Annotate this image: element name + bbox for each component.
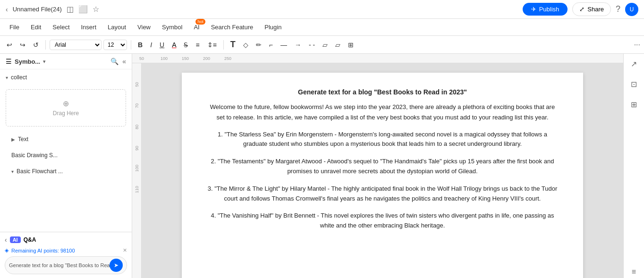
menu-file[interactable]: File	[5, 22, 24, 33]
ruler-horizontal: 50 100 150 200 250	[132, 54, 623, 63]
ruler-vertical: 50 70 80 90 100 110	[132, 63, 142, 278]
remaining-points-label: Remaining AI points: 98100	[11, 248, 75, 253]
drag-here-label: Drag Here	[53, 110, 79, 117]
help-icon[interactable]: ?	[616, 4, 620, 14]
publish-label: Publish	[539, 6, 559, 13]
file-name: Unnamed File(24)	[13, 6, 62, 13]
ai-close-button[interactable]: ‹	[5, 236, 7, 244]
publish-icon: ✈	[531, 6, 536, 13]
share-file-icon[interactable]: ⬜	[78, 5, 88, 14]
canvas-content[interactable]: Generate text for a blog "Best Books to …	[142, 63, 623, 278]
ai-send-button[interactable]: ➤	[110, 259, 123, 272]
dashed-line-button[interactable]: - -	[306, 40, 318, 50]
sidebar-item-basic-flowchart[interactable]: ▾ Basic Flowchart ...	[4, 163, 128, 179]
menu-search-feature[interactable]: Search Feature	[206, 22, 258, 33]
sidebar-actions: 🔍 «	[110, 58, 126, 65]
align-distribute-button[interactable]: ⊞	[345, 40, 356, 50]
ruler-h-100: 100	[161, 56, 182, 61]
drag-here-box[interactable]: ⊕ Drag Here	[6, 89, 126, 126]
toolbar-divider-3	[223, 40, 224, 50]
italic-button[interactable]: I	[147, 40, 155, 50]
ai-points-close[interactable]: ✕	[123, 247, 127, 253]
ai-label: AI	[194, 24, 199, 31]
flowchart-expand-arrow: ▾	[11, 169, 14, 174]
sidebar-search-icon[interactable]: 🔍	[110, 58, 119, 65]
menu-select[interactable]: Select	[48, 22, 74, 33]
publish-button[interactable]: ✈ Publish	[523, 3, 568, 16]
item-2-text: "The Testaments" by Margaret Atwood - At…	[218, 158, 554, 175]
sidebar-item-text[interactable]: ▶ Text	[4, 131, 128, 147]
frame-right-button[interactable]: ▱	[332, 40, 343, 50]
ai-panel-header: ‹ AI Q&A	[5, 236, 127, 244]
undo-button[interactable]: ↩	[4, 40, 15, 50]
rotate-button[interactable]: ↺	[30, 40, 42, 50]
frame-left-button[interactable]: ▱	[320, 40, 330, 50]
strikethrough-button[interactable]: S̶	[181, 40, 191, 50]
menu-layout[interactable]: Layout	[103, 22, 131, 33]
menu-plugin[interactable]: Plugin	[260, 22, 286, 33]
menu-ai[interactable]: AI hot	[189, 22, 204, 33]
doc-title: Generate text for a blog "Best Books to …	[205, 87, 559, 97]
sidebar: ☰ Symbo... ▾ 🔍 « ▾ collect ⊕ Drag Here ▶…	[0, 54, 132, 278]
menu-insert[interactable]: Insert	[76, 22, 102, 33]
ai-diamond-icon: ◈	[5, 247, 8, 253]
text-tool-button[interactable]: T	[228, 38, 238, 51]
ai-input-field[interactable]	[9, 262, 110, 268]
ruler-v-100: 100	[135, 151, 139, 172]
canvas-area: 50 100 150 200 250 50 70 80 90 100 110 G…	[132, 54, 623, 278]
ruler-h-marks: 50 100 150 200 250	[139, 56, 246, 61]
sidebar-title: Symbo...	[15, 58, 40, 65]
right-cursor-icon[interactable]: ↗	[629, 58, 639, 70]
more-button[interactable]: ···	[634, 41, 640, 49]
basic-drawing-label: Basic Drawing S...	[11, 152, 58, 159]
share-button[interactable]: ⤢ Share	[572, 2, 611, 16]
ai-panel: ‹ AI Q&A ◈ Remaining AI points: 98100 ✕ …	[0, 232, 132, 278]
draw-button[interactable]: ✏	[253, 40, 264, 50]
font-family-select[interactable]: Arial	[50, 40, 102, 50]
ruler-v-50: 50	[135, 66, 139, 87]
avatar[interactable]: U	[625, 3, 638, 16]
share-label: Share	[587, 6, 604, 13]
back-chevron[interactable]: ‹	[6, 6, 8, 13]
collect-label: collect	[11, 74, 27, 81]
ai-qa-label: Q&A	[24, 236, 36, 243]
line-style-button[interactable]: ―	[278, 40, 290, 50]
item-2-number: 2.	[211, 158, 216, 165]
right-grid-icon[interactable]: ⊞	[629, 98, 639, 111]
ruler-h-50: 50	[139, 56, 161, 61]
menu-view[interactable]: View	[133, 22, 155, 33]
align-button[interactable]: ≡	[193, 40, 202, 50]
ai-input-row: ➤	[5, 256, 127, 274]
hot-badge: hot	[195, 19, 205, 25]
bookmark-icon[interactable]: ◫	[67, 5, 74, 14]
sidebar-item-basic-drawing[interactable]: Basic Drawing S...	[4, 149, 128, 161]
ai-badge: AI	[10, 236, 21, 243]
shape-button[interactable]: ◇	[240, 40, 251, 50]
font-color-button[interactable]: A	[169, 40, 179, 50]
star-icon[interactable]: ☆	[93, 5, 99, 14]
font-size-select[interactable]: 12	[103, 40, 127, 50]
item-3-number: 3.	[208, 185, 213, 192]
item-4-text: "The Vanishing Half" by Brit Bennett - T…	[218, 212, 554, 229]
sidebar-collapse-icon[interactable]: «	[122, 58, 126, 65]
main-layout: ☰ Symbo... ▾ 🔍 « ▾ collect ⊕ Drag Here ▶…	[0, 54, 644, 278]
right-settings-icon[interactable]: ≡	[630, 266, 638, 278]
text-expand-arrow: ▶	[11, 137, 15, 142]
line-height-button[interactable]: ⇕≡	[204, 40, 220, 50]
ai-points-bar: ◈ Remaining AI points: 98100 ✕	[5, 247, 127, 253]
menu-symbol[interactable]: Symbol	[157, 22, 187, 33]
menu-edit[interactable]: Edit	[26, 22, 46, 33]
bold-button[interactable]: B	[135, 40, 145, 50]
share-icon: ⤢	[579, 6, 585, 13]
connector-button[interactable]: ⌐	[266, 40, 276, 50]
redo-button[interactable]: ↪	[17, 40, 28, 50]
right-layers-icon[interactable]: ⊡	[629, 78, 639, 91]
title-bar: ‹ Unnamed File(24) ◫ ⬜ ☆ ✈ Publish ⤢ Sha…	[0, 0, 644, 19]
doc-intro: Welcome to the future, fellow bookworms!…	[205, 102, 559, 123]
arrow-button[interactable]: →	[292, 40, 304, 50]
ruler-h-250: 250	[224, 56, 246, 61]
doc-item-3: 3. "The Mirror & The Light" by Hilary Ma…	[205, 184, 559, 204]
sidebar-collect-section[interactable]: ▾ collect	[0, 69, 132, 85]
sidebar-title-chevron[interactable]: ▾	[43, 59, 46, 65]
underline-button[interactable]: U	[157, 40, 167, 50]
